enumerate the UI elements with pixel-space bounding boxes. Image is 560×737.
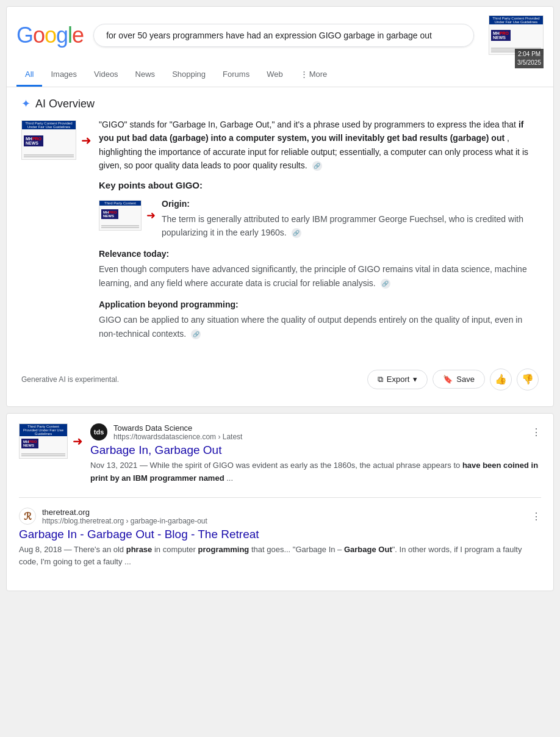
google-results-panel: Google for over 50 years programmers hav… (6, 6, 554, 407)
ai-overview-title: AI Overview (35, 98, 95, 110)
result-title-1[interactable]: Garbage In, Garbage Out (90, 444, 541, 457)
ai-footer-buttons: ⧉ Export ▾ 🔖 Save 👍 👎 (367, 368, 539, 390)
t3-line1 (21, 453, 65, 455)
header: Google for over 50 years programmers hav… (7, 7, 553, 61)
thumbnail-logo-badge: MHPRONEWS (491, 30, 511, 41)
top-right-thumbnail: Third Party Content Provided Under Fair … (489, 15, 544, 55)
result-title-2[interactable]: Garbage In - Garbage Out - Blog - The Re… (19, 528, 541, 541)
key-point-origin: Third Party Content MHPRONEWS (99, 199, 539, 240)
thumb1-header: Third Party Content Provided Under Fair … (22, 121, 76, 129)
nav-tabs: All Images Videos News Shopping Forums W… (7, 63, 553, 87)
ai-main-paragraph: "GIGO" stands for "Garbage In, Garbage O… (99, 118, 539, 173)
logo-g2: g (56, 23, 68, 48)
tab-videos[interactable]: Videos (85, 63, 127, 87)
application-label: Application beyond programming: (99, 300, 539, 309)
ai-main-text-1: "GIGO" stands for "Garbage In, Garbage O… (99, 120, 516, 129)
logo-e: e (72, 23, 84, 48)
result-item-2: ℛ theretreat.org https://blog.theretreat… (19, 508, 541, 569)
tab-web[interactable]: Web (258, 63, 292, 87)
ai-overview-section: ✦ AI Overview Third Party Content Provid… (7, 87, 553, 400)
export-button[interactable]: ⧉ Export ▾ (367, 370, 428, 389)
key-point-relevance: Relevance today: Even though computers h… (99, 249, 539, 290)
thumbs-up-button[interactable]: 👍 (490, 368, 512, 390)
result-item-1: Third Party Content Provided Under Fair … (19, 423, 541, 485)
result-snippet-1: Nov 13, 2021 — While the spirit of GIGO … (90, 459, 541, 485)
mhpronews-thumbnail-1: Third Party Content Provided Under Fair … (21, 120, 76, 160)
favicon-retreat: ℛ (19, 508, 36, 525)
more-dots-icon: ⋮ (300, 70, 308, 79)
search-results-section: Third Party Content Provided Under Fair … (6, 413, 554, 591)
logo-g: G (16, 23, 33, 48)
timestamp: 2:04 PM 3/5/2025 (515, 49, 544, 68)
key-point-application: Application beyond programming: GIGO can… (99, 300, 539, 340)
result-snippet-2: Aug 8, 2018 — There's an old phrase in c… (19, 544, 541, 569)
search-query: for over 50 years programmers have had a… (106, 31, 461, 40)
tab-more[interactable]: ⋮ More (292, 63, 336, 87)
key-points-title: Key points about GIGO: (99, 180, 539, 190)
site-info-2: ℛ theretreat.org https://blog.theretreat… (19, 508, 541, 525)
ai-overview-header: ✦ AI Overview (21, 97, 539, 110)
link-icon-2[interactable]: 🔗 (292, 228, 301, 238)
arrow-icon-3: ➜ (73, 435, 83, 447)
thumb3-logo-row: MHPRONEWS (20, 436, 67, 451)
ai-overview-body: Third Party Content Provided Under Fair … (21, 118, 539, 350)
result-menu-1[interactable]: ⋮ (531, 426, 541, 438)
tab-forums[interactable]: Forums (214, 63, 258, 87)
google-logo: Google (16, 23, 84, 48)
logo-o1: o (33, 23, 45, 48)
favicon-tds-text: tds (94, 428, 104, 436)
logo-o2: o (45, 23, 56, 48)
link-icon-4[interactable]: 🔗 (191, 329, 201, 339)
export-icon: ⧉ (378, 375, 383, 384)
t3-line2 (21, 455, 65, 456)
ai-footer-note: Generative AI is experimental. (21, 375, 119, 384)
export-chevron-icon: ▾ (413, 375, 417, 384)
origin-text: The term is generally attributed to earl… (162, 212, 539, 240)
site-name-1: Towards Data Science (113, 423, 525, 433)
t2-line1 (101, 225, 139, 226)
ai-text-col: "GIGO" stands for "Garbage In, Garbage O… (99, 118, 539, 350)
thumb2-lines (99, 223, 141, 230)
thumb3-badge: MHPRONEWS (21, 439, 38, 448)
site-name-url-1: Towards Data Science https://towardsdata… (113, 423, 525, 441)
arrow-icon-2: ➜ (146, 210, 156, 221)
result-content-1: tds Towards Data Science https://towards… (90, 423, 541, 485)
link-icon-3[interactable]: 🔗 (381, 279, 390, 289)
site-url-2: https://blog.theretreat.org › garbage-in… (42, 517, 525, 525)
tab-shopping[interactable]: Shopping (163, 63, 214, 87)
t1-line1 (24, 154, 74, 156)
favicon-retreat-text: ℛ (24, 511, 32, 522)
arrow-icon-1: ➜ (81, 134, 92, 146)
site-name-2: theretreat.org (42, 508, 525, 517)
thumb3-header: Third Party Content Provided Under Fair … (20, 424, 67, 436)
thumb1-badge: MHPRONEWS (24, 135, 43, 146)
thumbs-up-icon: 👍 (495, 373, 507, 385)
ai-footer: Generative AI is experimental. ⧉ Export … (21, 362, 539, 390)
key-point-origin-content: Origin: The term is generally attributed… (162, 199, 539, 240)
thumb1-logo-row: MHPRONEWS (22, 129, 76, 153)
result-menu-2[interactable]: ⋮ (531, 511, 541, 522)
search-bar[interactable]: for over 50 years programmers have had a… (93, 24, 474, 47)
link-icon-1[interactable]: 🔗 (312, 161, 322, 171)
page-wrapper: Google for over 50 years programmers hav… (6, 6, 554, 591)
export-label: Export (387, 375, 410, 384)
tab-all[interactable]: All (16, 63, 42, 87)
relevance-text: Even though computers have advanced sign… (99, 262, 539, 290)
thumb2-header: Third Party Content (99, 201, 141, 206)
mhpronews-thumbnail-2: Third Party Content MHPRONEWS (99, 200, 142, 231)
result-thumb-col-1: Third Party Content Provided Under Fair … (19, 423, 83, 459)
tab-news[interactable]: News (127, 63, 164, 87)
thumb2-badge: MHPRONEWS (101, 209, 118, 219)
t1-line2 (24, 156, 74, 157)
ai-thumbnail-col-1: Third Party Content Provided Under Fair … (21, 120, 92, 160)
application-text: GIGO can be applied to any situation whe… (99, 313, 539, 340)
mhpronews-thumbnail-3: Third Party Content Provided Under Fair … (19, 423, 68, 459)
thumbnail-logo-row: MHPRONEWS (489, 24, 543, 46)
thumbnail-header-bar: Third Party Content Provided Under Fair … (489, 16, 543, 24)
tab-images[interactable]: Images (42, 63, 85, 87)
results-divider (19, 497, 541, 498)
more-label: More (309, 70, 328, 79)
thumbs-down-button[interactable]: 👎 (517, 368, 539, 390)
save-button[interactable]: 🔖 Save (433, 370, 485, 389)
thumb3-lines (20, 451, 67, 458)
